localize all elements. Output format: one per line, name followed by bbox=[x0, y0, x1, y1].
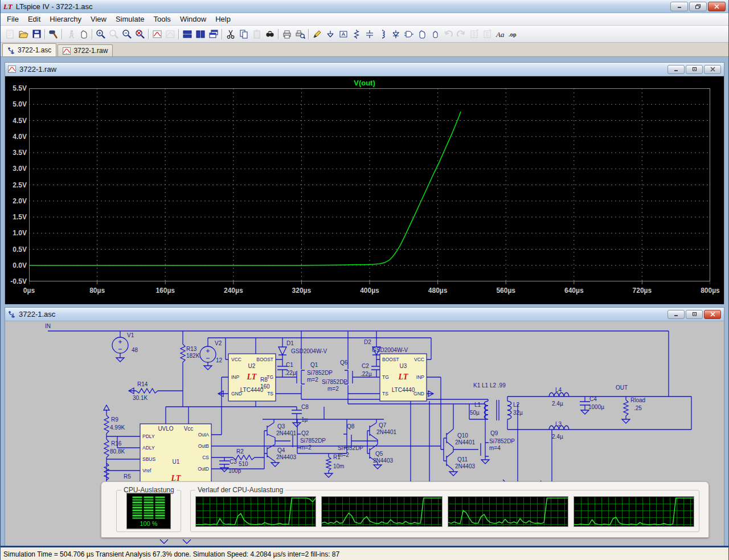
menu-simulate[interactable]: Simulate bbox=[111, 14, 149, 24]
schem-minimize-button[interactable] bbox=[667, 310, 685, 319]
place-resistor-icon[interactable] bbox=[350, 28, 363, 40]
schematic-label: R16 bbox=[111, 440, 122, 447]
zoom-fit-icon[interactable] bbox=[133, 28, 146, 40]
schematic-label: OutA bbox=[198, 432, 210, 438]
autorange-icon[interactable] bbox=[150, 28, 163, 40]
waveform-window-titlebar[interactable]: 3722-1.raw bbox=[5, 63, 724, 76]
cpu-led-segment bbox=[144, 497, 154, 498]
tab-schematic[interactable]: 3722-1.asc bbox=[2, 43, 56, 56]
schematic-label: R2 bbox=[236, 448, 244, 455]
plot-canvas[interactable] bbox=[29, 88, 710, 289]
save-icon[interactable] bbox=[30, 28, 43, 40]
menu-window[interactable]: Window bbox=[175, 14, 211, 24]
cpu-usage-group: CPU-Auslastung 100 % bbox=[116, 490, 181, 532]
run-icon[interactable] bbox=[47, 28, 60, 40]
place-label-icon[interactable] bbox=[337, 28, 350, 40]
wave-minimize-button[interactable] bbox=[667, 65, 685, 74]
menu-edit[interactable]: Edit bbox=[23, 14, 45, 24]
new-schematic-icon[interactable] bbox=[3, 28, 17, 40]
schematic-label: TS bbox=[267, 391, 273, 397]
schematic-label: Si7852DP bbox=[338, 445, 363, 451]
schematic-label: 2N4401 bbox=[455, 439, 475, 445]
schematic-label: CS bbox=[202, 455, 209, 460]
schematic-label: ADLY bbox=[142, 445, 155, 451]
restore-button[interactable] bbox=[689, 2, 707, 11]
task-manager-window[interactable]: CPU-Auslastung 100 % Verlauf der CPU-Aus… bbox=[101, 481, 709, 538]
schem-close-button[interactable] bbox=[704, 310, 721, 319]
zoom-back-icon[interactable] bbox=[107, 28, 120, 40]
close-button[interactable] bbox=[708, 2, 726, 11]
cpu-led-segment bbox=[133, 509, 142, 511]
svg-text:.op: .op bbox=[509, 32, 517, 38]
zoom-out-icon[interactable] bbox=[120, 28, 133, 40]
place-ground-icon[interactable] bbox=[323, 28, 337, 40]
cut-icon[interactable] bbox=[224, 28, 237, 40]
pan-icon[interactable] bbox=[77, 28, 90, 40]
print-icon[interactable] bbox=[280, 28, 293, 40]
schematic-label: U1 bbox=[173, 459, 180, 465]
cpu-usage-meter: 100 % bbox=[126, 493, 171, 529]
waveform-window-title: 3722-1.raw bbox=[19, 65, 56, 73]
place-diode-icon[interactable] bbox=[389, 28, 402, 40]
spice-directive-icon[interactable]: .op bbox=[507, 28, 520, 40]
cpu-led-segment bbox=[133, 517, 142, 519]
cpu-led-segment bbox=[144, 502, 154, 504]
schematic-label: 1µ bbox=[301, 416, 308, 423]
edit-sim-cmd2-icon[interactable] bbox=[481, 28, 494, 40]
place-capacitor-icon[interactable] bbox=[363, 28, 376, 40]
cpu-led-segment bbox=[155, 504, 165, 506]
cpu-history-graph-1 bbox=[195, 496, 316, 527]
edit-sim-cmd-icon[interactable] bbox=[468, 28, 481, 40]
tile-vertical-icon[interactable] bbox=[181, 28, 194, 40]
schematic-label: R5 bbox=[124, 473, 131, 480]
plot-settings-icon[interactable] bbox=[163, 28, 177, 40]
schematic-label: LTC4440 bbox=[240, 387, 264, 393]
move-icon[interactable] bbox=[415, 28, 428, 40]
cascade-icon[interactable] bbox=[207, 28, 220, 40]
trace-legend-vout[interactable]: V(out) bbox=[5, 79, 724, 87]
wave-close-button[interactable] bbox=[704, 65, 721, 74]
waveform-plot-area[interactable]: V(out) 5.5V5.0V4.5V4.0V3.5V3.0V2.5V2.0V1… bbox=[5, 76, 724, 304]
place-component-icon[interactable] bbox=[402, 28, 415, 40]
cpu-led-segment bbox=[133, 507, 142, 509]
menu-view[interactable]: View bbox=[86, 14, 111, 24]
schematic-label: 2N4401 bbox=[376, 429, 396, 435]
print-preview-icon[interactable] bbox=[293, 28, 306, 40]
undo-icon[interactable] bbox=[441, 28, 454, 40]
schematic-window-titlebar[interactable]: 3722-1.asc bbox=[5, 308, 724, 321]
find-icon[interactable] bbox=[263, 28, 276, 40]
menu-help[interactable]: Help bbox=[211, 14, 235, 24]
place-inductor-icon[interactable] bbox=[376, 28, 389, 40]
drag-icon[interactable] bbox=[428, 28, 441, 40]
mdi-area: 3722-1.raw V(out) 5.5V5.0V4.5V4.0V3.5V3.… bbox=[1, 57, 728, 547]
tile-horizontal-icon[interactable] bbox=[194, 28, 207, 40]
place-text-icon[interactable]: Aa bbox=[494, 28, 507, 40]
vout-trace[interactable] bbox=[29, 112, 461, 265]
x-tick-label: 240µs bbox=[219, 287, 248, 295]
open-icon[interactable] bbox=[17, 28, 30, 40]
zoom-in-icon[interactable] bbox=[94, 28, 107, 40]
toolbar-separator bbox=[92, 29, 92, 39]
y-tick-label: 4.5V bbox=[5, 117, 27, 125]
halt-icon[interactable] bbox=[64, 28, 77, 40]
x-tick-label: 560µs bbox=[491, 287, 521, 295]
x-tick-label: 480µs bbox=[423, 287, 453, 295]
cpu-led-segment bbox=[133, 504, 142, 506]
schematic-label: 100p bbox=[228, 468, 241, 474]
paste-icon[interactable] bbox=[250, 28, 263, 40]
wave-restore-button[interactable] bbox=[686, 65, 703, 74]
menu-hierarchy[interactable]: Hierarchy bbox=[45, 14, 86, 24]
schem-restore-button[interactable] bbox=[686, 310, 703, 319]
x-tick-label: 400µs bbox=[355, 287, 384, 295]
redo-icon[interactable] bbox=[454, 28, 468, 40]
draw-wire-icon[interactable] bbox=[310, 28, 323, 40]
copy-icon[interactable] bbox=[237, 28, 250, 40]
tab-waveform[interactable]: 3722-1.raw bbox=[58, 44, 113, 56]
minimize-button[interactable] bbox=[670, 2, 688, 11]
schematic-label: .25 bbox=[634, 405, 642, 411]
schematic-label: INP bbox=[416, 374, 425, 380]
schematic-label: 2N4403 bbox=[276, 454, 296, 460]
menu-tools[interactable]: Tools bbox=[149, 14, 175, 24]
menu-file[interactable]: File bbox=[2, 14, 23, 24]
schematic-label: C3 bbox=[230, 459, 237, 465]
